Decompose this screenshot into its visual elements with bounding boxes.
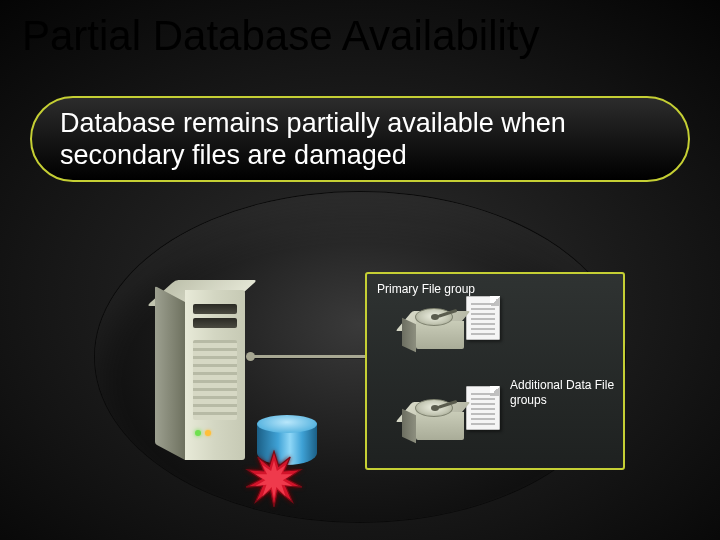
server-icon bbox=[155, 290, 250, 470]
subtitle-text: Database remains partially available whe… bbox=[60, 107, 660, 172]
additional-filegroups-label: Additional Data File groups bbox=[510, 378, 620, 408]
disk-icon bbox=[402, 307, 476, 359]
subtitle-pill: Database remains partially available whe… bbox=[30, 96, 690, 182]
primary-filegroup-label: Primary File group bbox=[377, 282, 613, 296]
connector-line bbox=[250, 355, 368, 358]
slide-title: Partial Database Availability bbox=[22, 12, 540, 60]
explosion-icon bbox=[245, 450, 303, 508]
disk-icon bbox=[402, 398, 476, 450]
